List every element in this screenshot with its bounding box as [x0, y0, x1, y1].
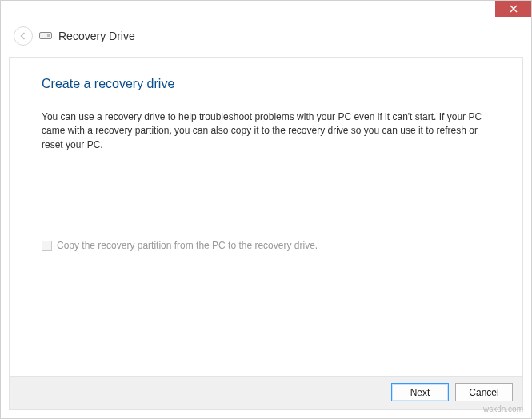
- close-icon: [510, 5, 518, 13]
- page-heading: Create a recovery drive: [42, 77, 492, 91]
- arrow-left-icon: [18, 31, 28, 41]
- titlebar: [1, 1, 531, 23]
- page-body-text: You can use a recovery drive to help tro…: [42, 110, 490, 152]
- drive-icon: [39, 32, 52, 40]
- checkbox-label: Copy the recovery partition from the PC …: [57, 240, 318, 251]
- cancel-button[interactable]: Cancel: [455, 383, 513, 401]
- footer: Next Cancel: [9, 377, 523, 410]
- wizard-window: Recovery Drive Create a recovery drive Y…: [0, 0, 532, 419]
- window-title: Recovery Drive: [58, 30, 135, 42]
- checkbox-box: [42, 241, 52, 251]
- next-button[interactable]: Next: [391, 383, 449, 401]
- back-button: [14, 26, 33, 46]
- copy-partition-checkbox: Copy the recovery partition from the PC …: [42, 240, 492, 251]
- header: Recovery Drive: [1, 23, 531, 57]
- svg-rect-3: [47, 34, 50, 37]
- svg-rect-2: [40, 33, 52, 39]
- content-frame: Create a recovery drive You can use a re…: [9, 57, 523, 377]
- close-button[interactable]: [495, 1, 531, 17]
- wizard-body-wrap: Create a recovery drive You can use a re…: [1, 57, 531, 418]
